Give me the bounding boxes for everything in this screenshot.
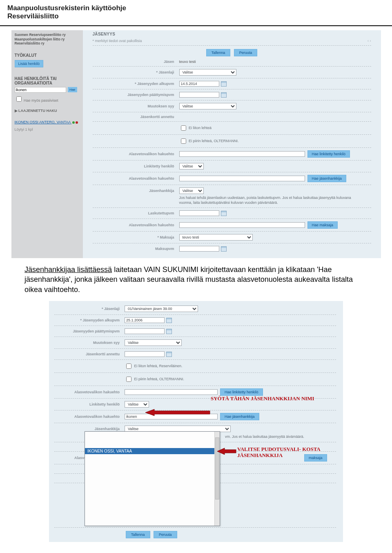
label-linked-person: Linkitetty henkilö — [93, 164, 179, 168]
search-payer-button[interactable]: Hae maksaja — [307, 221, 338, 229]
label-card: Jäsenkortti annettu — [93, 115, 179, 119]
instruction-paragraph: Jäsenhankkijaa lisättäessä laitetaan VAI… — [0, 258, 392, 301]
member-type-select[interactable]: Valitse — [179, 69, 236, 76]
card-date-input[interactable] — [125, 351, 165, 357]
include-passive-label: Hae myös passiiviset — [24, 98, 58, 103]
label-dropdown-filter: Alasvetovalikon hakuehto — [93, 223, 179, 227]
label-invoiced-date: Laskutettupvm — [93, 211, 179, 215]
label-dropdown-filter: Alasvetovalikon hakuehto — [93, 152, 179, 156]
cb-label: Ei liiton lehteä, Reserviläinen. — [134, 364, 183, 368]
reason-select[interactable]: Valitse — [179, 103, 236, 109]
recruiter-dropdown-open[interactable]: IKONEN OSSI, VANTAA — [85, 431, 220, 526]
calendar-icon[interactable] — [221, 246, 227, 252]
label-recruiter: Jäsenhankkija — [93, 189, 179, 193]
cancel-button[interactable]: Peruuta — [234, 49, 258, 56]
dashed-separator — [93, 45, 371, 46]
calendar-icon[interactable] — [166, 318, 172, 323]
page-header: Maanpuolustusrekisterin käyttöohje Reser… — [0, 0, 392, 24]
enddate-input[interactable] — [179, 92, 219, 98]
svg-marker-0 — [145, 409, 210, 416]
filter-input[interactable] — [125, 389, 218, 395]
dropdown-option-selected[interactable]: IKONEN OSSI, VANTAA — [85, 448, 220, 454]
filter-input[interactable] — [179, 151, 305, 157]
search-recruiter-button[interactable]: Hae jäsenhankkija — [220, 413, 259, 420]
label-dropdown-filter: Alasvetovalikon hakuehto — [93, 176, 179, 181]
startdate-input[interactable] — [179, 81, 219, 87]
label-enddate: Jäsenyyden päättymispvm — [54, 329, 125, 333]
search-result-text: IKONEN OSSI ANTERO, VANTAA — [15, 120, 71, 124]
result-count: Löytyi 1 kpl — [15, 127, 80, 132]
label-member-type: * Jäsenlaji — [54, 307, 125, 311]
recruiter-select[interactable]: Valitse — [179, 187, 204, 194]
tab-membership[interactable]: JÄSENYYS — [93, 32, 116, 36]
org-line: Suomen Reserviupseeriliitto ry — [15, 33, 80, 37]
label-reason: Muutoksen syy — [54, 341, 125, 345]
main-panel: JÄSENYYS * merkityt tiedot ovat pakollis… — [83, 30, 381, 258]
org-line: Reserviläisliitto ry — [15, 41, 80, 46]
calendar-icon[interactable] — [221, 92, 227, 98]
cb-no-union-journal[interactable]: Ei liiton lehteä — [179, 126, 212, 130]
label-startdate: * Jäsenyyden alkupvm — [54, 318, 125, 322]
search-linked-person-button[interactable]: Hae linkitetty henkilö — [307, 150, 350, 158]
reason-select[interactable]: Valitse — [125, 339, 182, 346]
calendar-icon[interactable] — [166, 352, 172, 357]
label-enddate: Jäsenyyden päättymispvm — [93, 93, 179, 97]
advanced-search-toggle[interactable]: ▶ LAAJENNETTU HAKU — [15, 109, 80, 113]
cb-no-district-journal[interactable]: Ei piirin lehteä, OLTERMANNI. — [179, 139, 239, 143]
sidebar-search-input[interactable] — [15, 87, 66, 93]
instruction-lead: Jäsenhankkijaa lisättäessä — [24, 265, 112, 274]
label-startdate: * Jäsenyyden alkupvm — [93, 82, 179, 86]
filter-input[interactable] — [179, 176, 305, 181]
cb-no-union-journal[interactable]: Ei liiton lehteä, Reserviläinen. — [125, 364, 183, 368]
red-arrow-icon — [145, 409, 211, 416]
calendar-icon[interactable] — [221, 211, 227, 216]
scrollbar-thumb[interactable] — [215, 437, 219, 499]
sidebar-section-tools: TYÖKALUT — [15, 53, 80, 58]
help-text: Jos haluat tehdä jäsenlaskun uudestaan, … — [179, 196, 355, 205]
label-recruiter: Jäsenhankkija — [54, 427, 125, 431]
required-note: * merkityt tiedot ovat pakollisia — [93, 39, 142, 43]
member-type-select[interactable]: 01/Varsinainen jäsen 39.00 — [125, 305, 198, 312]
cb-label: Ei piirin lehteä, OLTERMANNI. — [134, 377, 184, 381]
sidebar: Suomen Reserviupseeriliitto ry Maanpuolu… — [11, 30, 83, 258]
enddate-input[interactable] — [125, 328, 165, 334]
label-dropdown-filter: Alasvetovalikon hakuehto — [54, 390, 125, 394]
pager-arrows[interactable]: ‹ › — [368, 39, 371, 43]
calendar-icon[interactable] — [221, 81, 227, 87]
sidebar-search-button[interactable]: Hae — [68, 87, 77, 92]
cancel-button[interactable]: Peruuta — [154, 531, 177, 538]
value-member: teuvo testi — [179, 60, 196, 64]
pay-date-input[interactable] — [179, 246, 219, 252]
startdate-input[interactable] — [125, 317, 165, 323]
save-button[interactable]: Tallenna — [206, 49, 231, 56]
add-person-button[interactable]: Lisää henkilö — [15, 60, 44, 67]
search-result-link[interactable]: IKONEN OSSI ANTERO, VANTAA — [15, 120, 80, 124]
annotation-choose-from-dropdown: VALITSE PUDOTUSVALI- KOSTA JÄSENHANKKIJA — [237, 446, 343, 459]
payer-select[interactable]: teuvo testi — [179, 234, 253, 241]
label-reason: Muutoksen syy — [93, 104, 179, 108]
save-button[interactable]: Tallenna — [126, 531, 150, 538]
cb-no-district-journal[interactable]: Ei piirin lehteä, OLTERMANNI. — [125, 377, 184, 381]
linked-person-select[interactable]: Valitse — [179, 163, 204, 169]
label-linked-person: Linkitetty henkilö — [54, 402, 125, 406]
cb-label: Ei piirin lehteä, OLTERMANNI. — [189, 139, 238, 143]
doc-title: Maanpuolustusrekisterin käyttöohje — [7, 4, 385, 12]
doc-subtitle: Reserviläisliitto — [7, 12, 385, 20]
search-linked-person-button[interactable]: Hae linkitetty henkilö — [220, 388, 263, 396]
calendar-icon[interactable] — [166, 329, 172, 334]
status-dot-red-icon — [76, 121, 78, 124]
label-member: Jäsen — [93, 60, 179, 64]
annotation-enter-name: SYÖTÄ TÄHÄN JÄSENHANKKIJAN NIMI — [211, 395, 314, 402]
linked-person-select[interactable]: Valitse — [125, 401, 149, 408]
svg-marker-1 — [217, 448, 236, 455]
divider — [0, 25, 392, 26]
filter-input[interactable] — [179, 222, 305, 228]
invoiced-date-input[interactable] — [179, 210, 219, 216]
screenshot-2: * Jäsenlaji01/Varsinainen jäsen 39.00 * … — [49, 301, 343, 542]
status-dot-green-icon — [72, 121, 75, 124]
search-recruiter-button[interactable]: Hae jäsenhankkija — [307, 175, 347, 182]
include-passive-checkbox[interactable]: Hae myös passiiviset — [15, 95, 80, 103]
label-dropdown-filter: Alasvetovalikon hakuehto — [54, 415, 125, 419]
screenshot-1: Suomen Reserviupseeriliitto ry Maanpuolu… — [11, 30, 381, 258]
scrollbar[interactable] — [214, 432, 220, 526]
